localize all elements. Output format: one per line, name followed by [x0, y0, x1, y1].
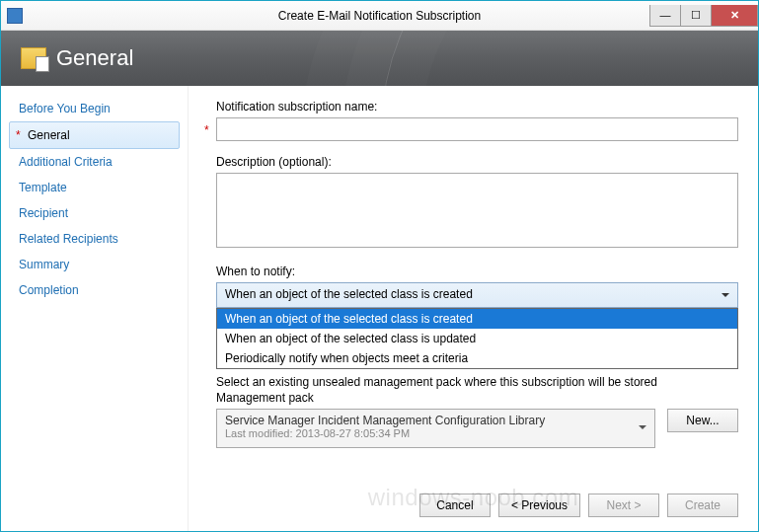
- dropdown-option[interactable]: When an object of the selected class is …: [217, 309, 737, 329]
- minimize-button[interactable]: —: [649, 5, 681, 27]
- description-label: Description (optional):: [216, 155, 738, 169]
- app-icon: [7, 8, 23, 24]
- sidebar-item-general[interactable]: General: [9, 121, 180, 149]
- mp-last-modified: Last modified: 2013-08-27 8:05:34 PM: [225, 427, 633, 439]
- titlebar: Create E-Mail Notification Subscription …: [1, 1, 758, 31]
- create-button[interactable]: Create: [667, 494, 738, 517]
- sidebar-item-summary[interactable]: Summary: [9, 252, 180, 277]
- main-panel: Notification subscription name: Descript…: [189, 86, 758, 531]
- new-mp-button[interactable]: New...: [667, 409, 738, 432]
- when-to-notify-dropdown[interactable]: When an object of the selected class is …: [216, 282, 738, 308]
- management-pack-dropdown[interactable]: Service Manager Incident Management Conf…: [216, 409, 655, 448]
- close-button[interactable]: ✕: [711, 5, 758, 27]
- page-title: General: [56, 45, 133, 71]
- wizard-footer: Cancel < Previous Next > Create: [419, 494, 738, 517]
- when-label: When to notify:: [216, 265, 738, 278]
- window-title: Create E-Mail Notification Subscription: [1, 9, 758, 23]
- dropdown-option[interactable]: When an object of the selected class is …: [217, 329, 737, 348]
- previous-button[interactable]: < Previous: [498, 494, 580, 517]
- sidebar-item-completion[interactable]: Completion: [9, 277, 180, 303]
- mp-note: Select an existing unsealed management p…: [216, 375, 738, 389]
- wizard-header: General: [1, 31, 758, 86]
- description-input[interactable]: [216, 173, 738, 248]
- sidebar-item-additional-criteria[interactable]: Additional Criteria: [9, 149, 180, 175]
- mp-label: Management pack: [216, 391, 738, 405]
- when-to-notify-selected[interactable]: When an object of the selected class is …: [216, 282, 738, 308]
- sidebar-item-recipient[interactable]: Recipient: [9, 200, 180, 226]
- sidebar-item-template[interactable]: Template: [9, 175, 180, 200]
- wizard-steps-sidebar: Before You Begin General Additional Crit…: [1, 86, 189, 531]
- next-button[interactable]: Next >: [588, 494, 659, 517]
- content-area: Before You Begin General Additional Crit…: [1, 86, 758, 531]
- cancel-button[interactable]: Cancel: [419, 494, 491, 517]
- mp-value: Service Manager Incident Management Conf…: [225, 414, 633, 427]
- mail-icon: [21, 47, 46, 69]
- name-input[interactable]: [216, 117, 738, 141]
- maximize-button[interactable]: ☐: [680, 5, 712, 27]
- name-label: Notification subscription name:: [216, 100, 738, 114]
- when-to-notify-list: When an object of the selected class is …: [216, 308, 738, 369]
- sidebar-item-before-you-begin[interactable]: Before You Begin: [9, 96, 180, 121]
- dropdown-option[interactable]: Periodically notify when objects meet a …: [217, 348, 737, 368]
- window-controls: — ☐ ✕: [650, 5, 758, 27]
- sidebar-item-related-recipients[interactable]: Related Recipients: [9, 226, 180, 252]
